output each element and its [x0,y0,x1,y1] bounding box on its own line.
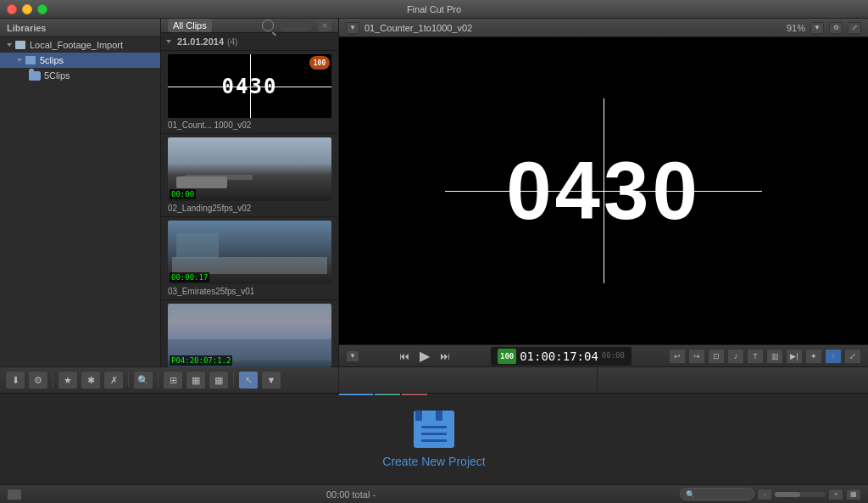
date-label: 21.01.2014 [177,36,224,47]
zoom-slider[interactable] [775,492,826,497]
browser-panel: All Clips ≡ 21.01.2014 (4) 0430 100 0 [161,19,339,366]
status-search-input[interactable] [698,489,748,499]
minimize-button[interactable] [22,4,32,14]
create-project-label: Create New Project [382,455,485,468]
clip-thumb-1: 00:00 [168,137,331,201]
delete-btn[interactable]: ✗ [103,371,124,389]
status-left-btn[interactable] [7,489,22,500]
status-search-box[interactable]: 🔍 [680,488,754,500]
separator-1 [53,372,53,388]
close-button[interactable] [7,4,17,14]
viewer-right-buttons: ↩ ↪ ⊡ ♪ T ▥ ▶| ✦ ↑ ⤢ [669,349,861,364]
go-to-start-btn[interactable]: ⏮ [396,349,413,364]
search-field-placeholder[interactable] [279,20,313,31]
timecode-sub: 00:00 [602,352,625,360]
accent-red [402,394,427,395]
folder-label: 5Clips [44,70,70,81]
traffic-lights [7,4,47,14]
share-btn[interactable]: ↑ [825,349,842,364]
timecode-display: 100 01:00:17:04 00:00 [490,346,632,366]
favorites-btn[interactable]: ★ [58,371,78,389]
top-section: Libraries Local_Footage_Import 5clips [0,19,868,366]
go-to-end-btn[interactable]: ⏭ [437,349,453,364]
clip-item-0[interactable]: 0430 100 01_Count... 1000_v02 [161,51,338,134]
viewer-title: 01_Counter_1to1000_v02 [364,23,782,33]
clip-thumb-0: 0430 100 [168,54,331,118]
select-options-btn[interactable]: ▼ [261,371,281,389]
add-to-timeline-btn[interactable]: ▼ [346,350,359,362]
date-group: 21.01.2014 (4) [161,33,338,51]
clip-label-2: 03_Emirates25fps_v01 [168,287,331,296]
all-clips-tab[interactable]: All Clips [168,19,212,32]
viewer-options-btn[interactable]: ▼ [346,22,359,34]
audio-btn[interactable]: ♪ [727,349,744,364]
zoom-in-btn[interactable]: + [828,489,843,500]
crop-btn[interactable]: ⊡ [708,349,725,364]
undo-btn[interactable]: ↩ [669,349,686,364]
clip-appearance-status-btn[interactable]: ▦ [846,489,861,500]
browser-search-icon[interactable] [262,20,274,31]
event-label: 5clips [40,55,64,65]
viewer-panel: ▼ 01_Counter_1to1000_v02 91% ▼ ⚙ ⤢ 0430 … [339,19,868,366]
library-item-5clips-event[interactable]: 5clips [0,53,160,68]
main-container: Libraries Local_Footage_Import 5clips [0,19,868,503]
title-btn[interactable]: T [747,349,764,364]
clip-label-0: 01_Count... 1000_v02 [168,120,331,130]
playback-controls: ⏮ ▶ ⏭ [396,349,453,364]
zoom-level: 91% [787,23,805,33]
clapperboard-icon [414,411,454,448]
transitions-btn[interactable]: ▶| [786,349,803,364]
maximize-button[interactable] [37,4,47,14]
timecode-indicator: 100 [498,349,516,364]
redo-btn[interactable]: ↪ [688,349,705,364]
viewer-expand-btn[interactable]: ⤢ [848,22,861,34]
clip-appearance-3[interactable]: ▦ [209,371,229,389]
libraries-title: Libraries [7,23,46,33]
browser-options-btn[interactable]: ≡ [318,20,331,31]
timeline-area: Create New Project [0,394,868,484]
date-group-expand [166,40,171,43]
fullscreen-btn[interactable]: ⤢ [844,349,861,364]
clip-count: (4) [227,37,237,47]
status-bar: 00:00 total - 🔍 - + ▦ [0,484,868,503]
accent-blue [339,394,373,395]
reject-btn[interactable]: ✱ [81,371,101,389]
accent-bar [0,394,868,395]
clip-appearance-2[interactable]: ▦ [186,371,206,389]
create-new-project-button[interactable]: Create New Project [382,411,485,468]
library-item-local-footage[interactable]: Local_Footage_Import [0,37,160,53]
status-total: 00:00 total - [25,489,676,500]
timecode-overlay-1: 00:00 [170,189,196,199]
expand-icon [7,43,12,47]
library-icon [14,39,26,51]
import-media-btn[interactable]: ⬇ [5,371,25,389]
libraries-panel: Libraries Local_Footage_Import 5clips [0,19,161,366]
clip-item-1[interactable]: 00:00 02_Landing25fps_v02 [161,134,338,217]
separator-2 [128,372,129,388]
expand-icon-2 [17,59,22,62]
viewer-settings-btn[interactable]: ⚙ [829,22,843,34]
zoom-dropdown-btn[interactable]: ▼ [810,22,824,34]
libraries-header: Libraries [0,19,160,37]
counter-display: 0430 [339,37,868,344]
effects-btn[interactable]: ✦ [805,349,822,364]
clip-appearance-1[interactable]: ⊞ [163,371,183,389]
clip-thumb-2: 00:00:17 [168,221,331,284]
keywords-btn[interactable]: ⚙ [28,371,48,389]
play-btn[interactable]: ▶ [416,349,433,364]
zoom-out-btn[interactable]: - [757,489,772,500]
folder-icon [29,70,41,81]
app-title: Final Cut Pro [407,4,461,14]
generators-btn[interactable]: ▥ [766,349,783,364]
timecode-overlay-3: P04:20:07:1.2 [170,355,232,366]
library-label: Local_Footage_Import [30,40,123,50]
timecode-overlay-2: 00:00:17 [170,272,209,282]
counter-number: 0430 [506,144,701,238]
clip-item-2[interactable]: 00:00:17 03_Emirates25fps_v01 [161,217,338,300]
status-right-controls: 🔍 - + ▦ [680,488,861,500]
mid-right-toolbar [597,367,868,393]
select-tool-btn[interactable]: ↖ [238,371,259,389]
timecode-value: 01:00:17:04 [520,349,598,363]
library-item-5clips-folder[interactable]: 5Clips [0,68,160,83]
search-btn[interactable]: 🔍 [133,371,153,389]
